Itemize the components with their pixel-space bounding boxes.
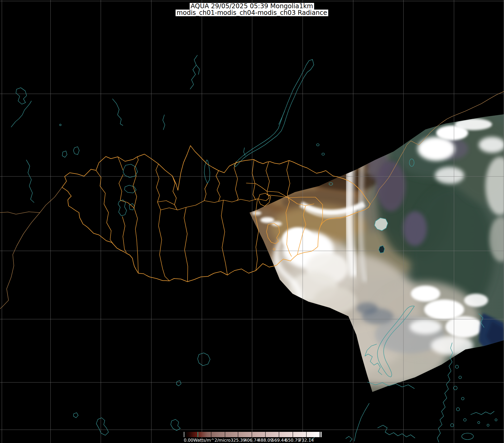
colorbar-tick-label: 650.79 [285, 438, 300, 443]
colorbar [184, 432, 322, 437]
bohai-south-coast [378, 425, 415, 438]
colorbar-tick-label: 406.74 [244, 438, 259, 443]
colorbar-unit-label: 0.00Watts/m^2/micro [184, 438, 231, 443]
lake-baikal [234, 60, 314, 167]
colorbar-tick-label: 325.39 [231, 438, 245, 443]
colorbar-tick-label: 488.09 [258, 438, 273, 443]
colorbar-tick-label: 732.14 [299, 438, 314, 443]
title-line-1: AQUA 29/05/2025 05:39 Mongolia1km [190, 3, 314, 10]
product-title: AQUA 29/05/2025 05:39 Mongolia1km modis_… [176, 3, 328, 16]
map-canvas [0, 0, 504, 443]
title-line-2: modis_ch01-modis_ch04-modis_ch03 Radianc… [176, 10, 328, 16]
colorbar-gradient [185, 432, 320, 437]
colorbar-tick-label: 569.44 [272, 438, 286, 443]
satellite-swath-image [245, 112, 504, 396]
colorbar-labels: 0.00Watts/m^2/micro 325.39406.74488.0956… [0, 438, 504, 443]
dark-lake [379, 246, 385, 253]
satellite-map-product: AQUA 29/05/2025 05:39 Mongolia1km modis_… [0, 0, 504, 443]
